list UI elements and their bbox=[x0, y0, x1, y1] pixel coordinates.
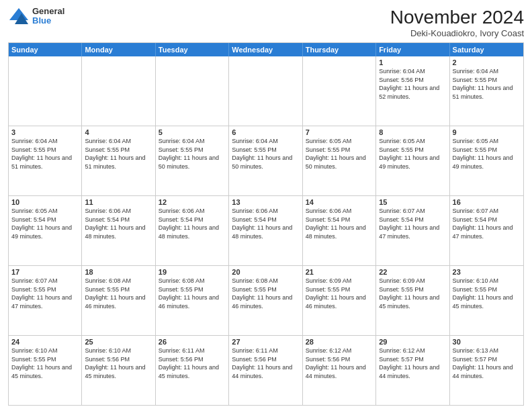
day-number: 6 bbox=[232, 128, 299, 136]
calendar-cell: 1Sunrise: 6:04 AM Sunset: 5:56 PM Daylig… bbox=[376, 56, 449, 126]
day-info: Sunrise: 6:07 AM Sunset: 5:54 PM Dayligh… bbox=[453, 207, 521, 240]
day-number: 21 bbox=[306, 268, 373, 276]
calendar-body: 1Sunrise: 6:04 AM Sunset: 5:56 PM Daylig… bbox=[9, 56, 523, 405]
day-number: 7 bbox=[306, 128, 373, 136]
day-info: Sunrise: 6:12 AM Sunset: 5:56 PM Dayligh… bbox=[306, 347, 373, 380]
day-info: Sunrise: 6:05 AM Sunset: 5:54 PM Dayligh… bbox=[11, 207, 79, 240]
day-number: 3 bbox=[11, 128, 79, 136]
calendar-cell: 23Sunrise: 6:10 AM Sunset: 5:55 PM Dayli… bbox=[450, 266, 523, 335]
day-info: Sunrise: 6:05 AM Sunset: 5:55 PM Dayligh… bbox=[379, 137, 446, 171]
calendar-cell: 30Sunrise: 6:13 AM Sunset: 5:57 PM Dayli… bbox=[450, 336, 523, 405]
day-number: 2 bbox=[453, 58, 521, 66]
day-number: 19 bbox=[159, 268, 226, 276]
title-location: Deki-Kouadiokro, Ivory Coast bbox=[390, 28, 524, 38]
calendar: SundayMondayTuesdayWednesdayThursdayFrid… bbox=[8, 42, 524, 406]
day-number: 13 bbox=[232, 198, 299, 206]
calendar-cell: 21Sunrise: 6:09 AM Sunset: 5:55 PM Dayli… bbox=[303, 266, 376, 335]
day-info: Sunrise: 6:08 AM Sunset: 5:55 PM Dayligh… bbox=[232, 277, 299, 310]
calendar-cell bbox=[229, 56, 302, 126]
day-number: 23 bbox=[453, 268, 521, 276]
calendar-week-2: 3Sunrise: 6:04 AM Sunset: 5:55 PM Daylig… bbox=[9, 126, 523, 195]
calendar-header-wednesday: Wednesday bbox=[229, 43, 302, 56]
day-number: 22 bbox=[379, 268, 446, 276]
day-number: 11 bbox=[85, 198, 152, 206]
calendar-cell bbox=[303, 56, 376, 126]
calendar-cell bbox=[9, 56, 82, 126]
calendar-cell: 18Sunrise: 6:08 AM Sunset: 5:55 PM Dayli… bbox=[82, 266, 155, 335]
day-info: Sunrise: 6:10 AM Sunset: 5:56 PM Dayligh… bbox=[85, 347, 152, 380]
calendar-header-thursday: Thursday bbox=[303, 43, 376, 56]
day-number: 26 bbox=[159, 338, 226, 346]
day-number: 30 bbox=[453, 338, 521, 346]
calendar-cell: 14Sunrise: 6:06 AM Sunset: 5:54 PM Dayli… bbox=[303, 196, 376, 265]
header: General Blue November 2024 Deki-Kouadiok… bbox=[8, 7, 524, 38]
day-number: 10 bbox=[11, 198, 79, 206]
day-number: 17 bbox=[11, 268, 79, 276]
day-info: Sunrise: 6:04 AM Sunset: 5:56 PM Dayligh… bbox=[379, 67, 446, 101]
calendar-cell: 7Sunrise: 6:05 AM Sunset: 5:55 PM Daylig… bbox=[303, 126, 376, 195]
logo: General Blue bbox=[8, 7, 64, 26]
day-number: 29 bbox=[379, 338, 446, 346]
calendar-header-tuesday: Tuesday bbox=[156, 43, 229, 56]
calendar-cell: 11Sunrise: 6:06 AM Sunset: 5:54 PM Dayli… bbox=[82, 196, 155, 265]
day-info: Sunrise: 6:07 AM Sunset: 5:54 PM Dayligh… bbox=[379, 207, 446, 240]
day-info: Sunrise: 6:04 AM Sunset: 5:55 PM Dayligh… bbox=[11, 137, 79, 171]
calendar-cell: 4Sunrise: 6:04 AM Sunset: 5:55 PM Daylig… bbox=[82, 126, 155, 195]
day-number: 1 bbox=[379, 58, 446, 66]
calendar-cell: 13Sunrise: 6:06 AM Sunset: 5:54 PM Dayli… bbox=[229, 196, 302, 265]
day-info: Sunrise: 6:07 AM Sunset: 5:55 PM Dayligh… bbox=[11, 277, 79, 310]
calendar-cell bbox=[82, 56, 155, 126]
day-info: Sunrise: 6:06 AM Sunset: 5:54 PM Dayligh… bbox=[85, 207, 152, 240]
calendar-header-sunday: Sunday bbox=[9, 43, 82, 56]
title-month: November 2024 bbox=[390, 7, 524, 28]
day-info: Sunrise: 6:09 AM Sunset: 5:55 PM Dayligh… bbox=[379, 277, 446, 310]
calendar-cell: 6Sunrise: 6:04 AM Sunset: 5:55 PM Daylig… bbox=[229, 126, 302, 195]
logo-icon bbox=[8, 7, 30, 26]
calendar-cell: 28Sunrise: 6:12 AM Sunset: 5:56 PM Dayli… bbox=[303, 336, 376, 405]
day-info: Sunrise: 6:10 AM Sunset: 5:55 PM Dayligh… bbox=[11, 347, 79, 380]
calendar-week-4: 17Sunrise: 6:07 AM Sunset: 5:55 PM Dayli… bbox=[9, 265, 523, 335]
day-info: Sunrise: 6:05 AM Sunset: 5:55 PM Dayligh… bbox=[453, 137, 521, 171]
calendar-cell: 25Sunrise: 6:10 AM Sunset: 5:56 PM Dayli… bbox=[82, 336, 155, 405]
day-number: 9 bbox=[453, 128, 521, 136]
day-info: Sunrise: 6:11 AM Sunset: 5:56 PM Dayligh… bbox=[232, 347, 299, 380]
day-info: Sunrise: 6:08 AM Sunset: 5:55 PM Dayligh… bbox=[159, 277, 226, 310]
calendar-cell bbox=[156, 56, 229, 126]
calendar-cell: 19Sunrise: 6:08 AM Sunset: 5:55 PM Dayli… bbox=[156, 266, 229, 335]
calendar-cell: 24Sunrise: 6:10 AM Sunset: 5:55 PM Dayli… bbox=[9, 336, 82, 405]
calendar-header-monday: Monday bbox=[82, 43, 155, 56]
day-info: Sunrise: 6:06 AM Sunset: 5:54 PM Dayligh… bbox=[159, 207, 226, 240]
day-number: 27 bbox=[232, 338, 299, 346]
day-info: Sunrise: 6:04 AM Sunset: 5:55 PM Dayligh… bbox=[453, 67, 521, 101]
calendar-header-friday: Friday bbox=[376, 43, 449, 56]
day-number: 28 bbox=[306, 338, 373, 346]
title-block: November 2024 Deki-Kouadiokro, Ivory Coa… bbox=[390, 7, 524, 38]
day-info: Sunrise: 6:04 AM Sunset: 5:55 PM Dayligh… bbox=[85, 137, 152, 171]
calendar-cell: 15Sunrise: 6:07 AM Sunset: 5:54 PM Dayli… bbox=[376, 196, 449, 265]
calendar-week-1: 1Sunrise: 6:04 AM Sunset: 5:56 PM Daylig… bbox=[9, 56, 523, 126]
calendar-cell: 10Sunrise: 6:05 AM Sunset: 5:54 PM Dayli… bbox=[9, 196, 82, 265]
calendar-cell: 26Sunrise: 6:11 AM Sunset: 5:56 PM Dayli… bbox=[156, 336, 229, 405]
page: General Blue November 2024 Deki-Kouadiok… bbox=[0, 0, 532, 411]
calendar-cell: 2Sunrise: 6:04 AM Sunset: 5:55 PM Daylig… bbox=[450, 56, 523, 126]
day-number: 16 bbox=[453, 198, 521, 206]
day-info: Sunrise: 6:05 AM Sunset: 5:55 PM Dayligh… bbox=[306, 137, 373, 171]
calendar-week-5: 24Sunrise: 6:10 AM Sunset: 5:55 PM Dayli… bbox=[9, 335, 523, 405]
calendar-cell: 22Sunrise: 6:09 AM Sunset: 5:55 PM Dayli… bbox=[376, 266, 449, 335]
day-info: Sunrise: 6:04 AM Sunset: 5:55 PM Dayligh… bbox=[232, 137, 299, 171]
calendar-cell: 12Sunrise: 6:06 AM Sunset: 5:54 PM Dayli… bbox=[156, 196, 229, 265]
day-info: Sunrise: 6:11 AM Sunset: 5:56 PM Dayligh… bbox=[159, 347, 226, 380]
calendar-header-saturday: Saturday bbox=[450, 43, 523, 56]
day-number: 24 bbox=[11, 338, 79, 346]
logo-general: General bbox=[32, 7, 64, 16]
day-number: 15 bbox=[379, 198, 446, 206]
calendar-cell: 16Sunrise: 6:07 AM Sunset: 5:54 PM Dayli… bbox=[450, 196, 523, 265]
calendar-cell: 29Sunrise: 6:12 AM Sunset: 5:57 PM Dayli… bbox=[376, 336, 449, 405]
day-info: Sunrise: 6:12 AM Sunset: 5:57 PM Dayligh… bbox=[379, 347, 446, 380]
day-number: 25 bbox=[85, 338, 152, 346]
calendar-cell: 17Sunrise: 6:07 AM Sunset: 5:55 PM Dayli… bbox=[9, 266, 82, 335]
calendar-cell: 5Sunrise: 6:04 AM Sunset: 5:55 PM Daylig… bbox=[156, 126, 229, 195]
logo-text: General Blue bbox=[32, 7, 64, 26]
calendar-cell: 20Sunrise: 6:08 AM Sunset: 5:55 PM Dayli… bbox=[229, 266, 302, 335]
calendar-cell: 8Sunrise: 6:05 AM Sunset: 5:55 PM Daylig… bbox=[376, 126, 449, 195]
